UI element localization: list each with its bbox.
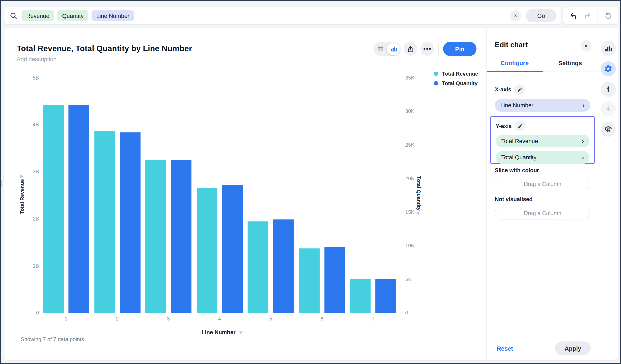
r-language-button[interactable]: R [601, 122, 616, 137]
share-button[interactable] [404, 42, 417, 56]
r-language-icon: R [604, 125, 613, 133]
panel-title: Edit chart [495, 41, 528, 49]
tab-configure[interactable]: Configure [487, 60, 542, 71]
edit-chart-panel: Edit chart × Configure Settings X-axis L… [487, 28, 599, 360]
chart-type-button[interactable] [601, 41, 616, 56]
panel-tabs: Configure Settings [487, 60, 598, 72]
chart-toolbar: Pin [374, 42, 477, 56]
chevron-down-icon [239, 332, 243, 334]
x-axis-title[interactable]: Line Number [190, 329, 254, 336]
x-axis-title-label: Line Number [201, 329, 235, 336]
actions-button[interactable] [601, 101, 616, 117]
bar-total-revenue-line-4[interactable] [196, 188, 217, 313]
right-axis-tick: 0 [405, 310, 426, 316]
bar-total-quantity-line-4[interactable] [222, 185, 242, 313]
reset-icon[interactable] [604, 12, 612, 20]
search-bar[interactable]: RevenueQuantityLine Number × Go [4, 7, 561, 24]
y-axis-field-total-revenue[interactable]: Total Revenue › [496, 135, 590, 147]
search-chip-quantity[interactable]: Quantity [57, 10, 88, 21]
redo-arrow-icon[interactable] [584, 12, 591, 20]
bar-total-revenue-line-6[interactable] [299, 248, 319, 313]
table-view-icon[interactable] [374, 43, 387, 55]
bar-total-revenue-line-2[interactable] [94, 131, 115, 313]
undo-arrow-icon[interactable] [569, 12, 577, 20]
panel-footer: Reset Apply [487, 336, 598, 360]
legend-label: Total Quantity [442, 80, 478, 86]
divider [438, 43, 439, 55]
pin-button[interactable]: Pin [443, 42, 477, 56]
share-icon [407, 45, 414, 53]
legend-item-total-quantity[interactable]: Total Quantity [434, 80, 478, 86]
not-visualised-drop-zone[interactable]: Drag a Column [495, 207, 590, 220]
top-bar: RevenueQuantityLine Number × Go [4, 7, 618, 24]
x-axis-section-label: X-axis [495, 86, 511, 93]
divider [598, 11, 598, 21]
go-button[interactable]: Go [526, 9, 557, 22]
right-icon-rail: i R [598, 28, 618, 360]
settings-gear-icon [604, 64, 613, 73]
x-axis-tick: 3 [160, 316, 176, 322]
not-visualised-section: Not visualised Drag a Column [495, 196, 590, 220]
search-icon [10, 12, 17, 20]
right-axis-tick: 10K [405, 243, 426, 249]
x-axis-tick: 4 [212, 316, 227, 322]
bar-total-revenue-line-3[interactable] [145, 160, 166, 313]
settings-gear-button[interactable] [601, 61, 616, 77]
x-axis-tick: 5 [263, 316, 279, 322]
legend-dot-icon [434, 81, 438, 85]
right-axis-tick: 35K [405, 75, 426, 81]
close-panel-button[interactable]: × [580, 40, 591, 51]
close-icon: × [584, 42, 588, 49]
bar-total-revenue-line-5[interactable] [247, 221, 268, 313]
slice-drop-zone[interactable]: Drag a Column [495, 178, 590, 190]
bar-chart-view-icon[interactable] [387, 43, 400, 55]
axis-drag-handle-icon[interactable] [20, 174, 23, 178]
add-description-button[interactable]: Add description [17, 56, 56, 63]
more-options-button[interactable] [420, 42, 434, 56]
x-axis-tick: 1 [58, 316, 74, 322]
bar-total-revenue-line-7[interactable] [350, 279, 371, 313]
field-label: Total Quantity [501, 154, 536, 161]
bar-total-quantity-line-3[interactable] [171, 160, 191, 313]
info-button[interactable]: i [601, 82, 616, 97]
pencil-icon [518, 124, 523, 129]
main-card: Total Revenue, Total Quantity by Line Nu… [4, 28, 618, 360]
left-axis-tick: 0 [15, 310, 39, 316]
x-axis-tick: 7 [365, 316, 381, 322]
edit-x-axis-button[interactable] [515, 84, 525, 95]
panel-resize-handle[interactable] [1, 180, 2, 187]
x-axis-field-line-number[interactable]: Line Number › [495, 99, 590, 112]
chart-pane: Total Revenue, Total Quantity by Line Nu… [4, 28, 487, 360]
left-axis-tick: 1B [15, 263, 39, 269]
field-label: Line Number [500, 102, 534, 109]
bar-total-quantity-line-1[interactable] [69, 105, 89, 313]
search-chip-line-number[interactable]: Line Number [91, 10, 134, 21]
chart-type-icon [604, 45, 612, 52]
edit-y-axis-button[interactable] [515, 121, 525, 131]
chevron-right-icon: › [582, 138, 584, 144]
y-axis-field-total-quantity[interactable]: Total Quantity › [496, 151, 590, 164]
bar-total-revenue-line-1[interactable] [43, 105, 64, 313]
clear-search-button[interactable]: × [510, 10, 521, 21]
bar-total-quantity-line-2[interactable] [120, 132, 140, 313]
more-options-icon [424, 48, 431, 49]
pencil-icon [517, 87, 522, 92]
data-points-status: Showing 7 of 7 data points [21, 336, 84, 342]
search-chip-revenue[interactable]: Revenue [21, 10, 54, 21]
tab-settings[interactable]: Settings [542, 60, 598, 71]
bar-total-quantity-line-6[interactable] [324, 247, 345, 313]
x-axis-section: X-axis Line Number › [495, 84, 590, 112]
axis-drag-handle-icon[interactable] [416, 211, 419, 215]
bar-total-quantity-line-7[interactable] [375, 279, 396, 313]
left-axis-tick: 4B [15, 122, 39, 128]
bar-total-quantity-line-5[interactable] [273, 220, 294, 313]
right-axis-tick: 5K [405, 276, 426, 282]
apply-button[interactable]: Apply [555, 342, 591, 355]
reset-button[interactable]: Reset [497, 345, 513, 351]
right-axis-tick: 25K [405, 142, 426, 148]
chevron-right-icon: › [582, 154, 584, 161]
not-visualised-section-label: Not visualised [495, 196, 533, 202]
actions-lightning-icon [604, 105, 612, 113]
chart-title: Total Revenue, Total Quantity by Line Nu… [17, 44, 192, 53]
legend-item-total-revenue[interactable]: Total Revenue [434, 71, 478, 77]
